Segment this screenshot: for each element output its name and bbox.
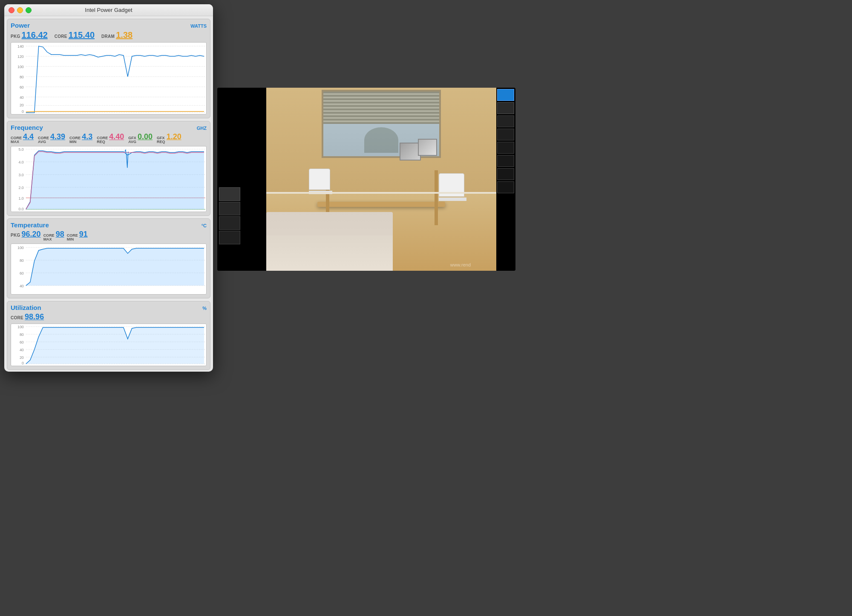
close-button[interactable] bbox=[9, 7, 14, 13]
frequency-header: Frequency GHZ bbox=[11, 124, 207, 131]
temp-core-max-group: CORE MAX 98 bbox=[43, 230, 64, 241]
svg-text:100: 100 bbox=[17, 246, 24, 250]
svg-text:100: 100 bbox=[17, 65, 24, 69]
freq-core-max-label2: MAX bbox=[11, 140, 19, 144]
svg-text:0: 0 bbox=[22, 109, 24, 114]
thumb-right-1[interactable] bbox=[497, 102, 514, 114]
freq-gfx-avg-value: 0.00 bbox=[138, 132, 153, 141]
power-core-group: CORE 115.40 bbox=[55, 30, 99, 40]
power-dram-label: DRAM bbox=[101, 34, 115, 39]
thumb-right-6[interactable] bbox=[497, 168, 514, 180]
svg-text:40: 40 bbox=[20, 95, 24, 100]
table-leg-right bbox=[435, 170, 438, 225]
svg-text:0.0: 0.0 bbox=[18, 207, 23, 211]
thumb-left-2[interactable] bbox=[219, 202, 240, 215]
temperature-panel: Temperature °C PKG 96.20 CORE MAX 98 COR… bbox=[7, 218, 210, 298]
utilization-header: Utilization % bbox=[11, 304, 207, 311]
thumb-left-3[interactable] bbox=[219, 216, 240, 230]
thumb-right-5[interactable] bbox=[497, 155, 514, 167]
temp-pkg-label: PKG bbox=[11, 233, 20, 238]
frequency-chart-svg: 5.0 4.0 3.0 2.0 1.0 0.0 bbox=[11, 146, 206, 212]
svg-text:80: 80 bbox=[20, 75, 24, 79]
power-core-value: 115.40 bbox=[69, 30, 95, 40]
temp-core-min-value: 91 bbox=[79, 230, 88, 239]
baseboard bbox=[266, 192, 496, 194]
thumb-right-3[interactable] bbox=[497, 129, 514, 140]
power-dram-group: DRAM 1.38 bbox=[101, 30, 137, 40]
window-title: Intel Power Gadget bbox=[85, 7, 132, 13]
frequency-stats: CORE MAX 4.4 CORE AVG 4.39 CORE MIN 4.3 bbox=[11, 132, 207, 144]
minimize-button[interactable] bbox=[17, 7, 23, 13]
power-core-label: CORE bbox=[55, 34, 67, 39]
svg-text:4.0: 4.0 bbox=[18, 160, 23, 164]
maximize-button[interactable] bbox=[26, 7, 32, 13]
tree-silhouette bbox=[364, 127, 398, 153]
gadget-window: Intel Power Gadget Power WATTS PKG 116.4… bbox=[4, 4, 213, 372]
utilization-unit: % bbox=[202, 306, 207, 311]
svg-text:140: 140 bbox=[17, 44, 24, 49]
svg-marker-30 bbox=[26, 151, 204, 209]
window-blinds bbox=[323, 92, 439, 124]
power-pkg-value: 116.42 bbox=[22, 30, 48, 40]
svg-text:3.0: 3.0 bbox=[18, 173, 23, 177]
freq-gfx-req-group: GFX REQ 1.20 bbox=[157, 132, 181, 144]
freq-core-avg-value: 4.39 bbox=[50, 132, 65, 141]
chair-seat-right bbox=[439, 198, 466, 201]
temperature-unit: °C bbox=[201, 223, 207, 228]
svg-text:0: 0 bbox=[22, 361, 24, 365]
svg-text:20: 20 bbox=[20, 103, 24, 107]
title-bar: Intel Power Gadget bbox=[4, 4, 213, 16]
temp-pkg-value: 96.20 bbox=[22, 230, 41, 239]
svg-text:120: 120 bbox=[17, 54, 24, 59]
svg-marker-39 bbox=[26, 248, 204, 286]
thumb-strip-left[interactable] bbox=[217, 186, 266, 245]
render-window: www.rend bbox=[217, 88, 515, 271]
freq-core-req-group: CORE REQ 4.40 bbox=[97, 132, 124, 144]
sofa bbox=[266, 212, 393, 271]
svg-text:2.0: 2.0 bbox=[18, 186, 23, 190]
thumb-right-4[interactable] bbox=[497, 142, 514, 154]
freq-gfx-req-label2: REQ bbox=[157, 140, 165, 144]
freq-core-max-group: CORE MAX 4.4 bbox=[11, 132, 34, 144]
svg-text:60: 60 bbox=[20, 340, 24, 344]
svg-text:1.0: 1.0 bbox=[18, 196, 23, 201]
temp-core-max-value: 98 bbox=[56, 230, 64, 239]
freq-core-req-value: 4.40 bbox=[109, 132, 124, 141]
thumb-left-4[interactable] bbox=[219, 231, 240, 244]
svg-text:20: 20 bbox=[20, 355, 24, 360]
freq-core-max-value: 4.4 bbox=[23, 132, 34, 141]
svg-text:80: 80 bbox=[20, 258, 24, 263]
power-dram-value: 1.38 bbox=[116, 30, 132, 40]
temp-core-min-label2: MIN bbox=[67, 238, 74, 241]
sofa-back bbox=[266, 212, 393, 235]
thumb-left-1[interactable] bbox=[219, 187, 240, 201]
utilization-chart: 100 80 60 40 20 0 bbox=[11, 324, 207, 366]
freq-core-min-label2: MIN bbox=[69, 140, 77, 144]
power-pkg-label: PKG bbox=[11, 34, 20, 39]
chair-right bbox=[439, 173, 466, 216]
svg-text:60: 60 bbox=[20, 271, 24, 275]
thumb-right-7[interactable] bbox=[497, 181, 514, 193]
frequency-unit: GHZ bbox=[197, 126, 207, 131]
util-core-group: CORE 98.96 bbox=[11, 312, 44, 321]
temperature-stats: PKG 96.20 CORE MAX 98 CORE MIN 91 bbox=[11, 230, 207, 241]
freq-gfx-avg-label2: AVG bbox=[128, 140, 136, 144]
freq-core-avg-group: CORE AVG 4.39 bbox=[38, 132, 65, 144]
power-panel: Power WATTS PKG 116.42 CORE 115.40 DRAM … bbox=[7, 19, 210, 118]
thumb-right-2[interactable] bbox=[497, 115, 514, 127]
svg-marker-52 bbox=[26, 327, 204, 364]
temperature-chart: 100 80 60 40 bbox=[11, 244, 207, 295]
util-core-value: 98.96 bbox=[25, 312, 44, 321]
temp-core-max-label2: MAX bbox=[43, 238, 52, 241]
photo-frame-2 bbox=[418, 139, 437, 156]
power-stats: PKG 116.42 CORE 115.40 DRAM 1.38 bbox=[11, 30, 207, 40]
svg-text:100: 100 bbox=[17, 325, 24, 329]
frequency-panel: Frequency GHZ CORE MAX 4.4 CORE AVG 4.39 bbox=[7, 121, 210, 216]
utilization-chart-svg: 100 80 60 40 20 0 bbox=[11, 324, 206, 366]
freq-core-min-group: CORE MIN 4.3 bbox=[69, 132, 92, 144]
thumb-right-active[interactable] bbox=[497, 89, 514, 101]
svg-text:60: 60 bbox=[20, 85, 24, 89]
thumb-strip-right[interactable] bbox=[496, 88, 515, 271]
chair-left bbox=[309, 169, 332, 207]
svg-text:80: 80 bbox=[20, 332, 24, 337]
